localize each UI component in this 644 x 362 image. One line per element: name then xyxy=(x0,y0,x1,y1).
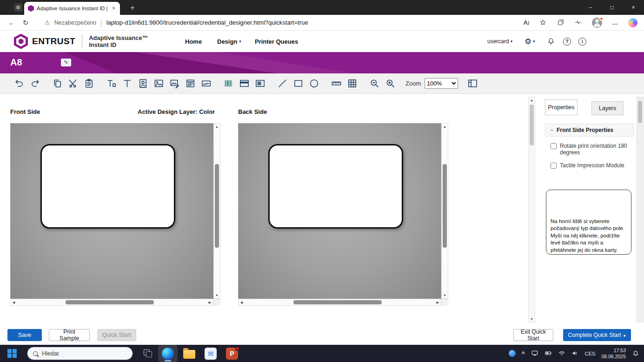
scroll-right-icon[interactable]: ▶ xyxy=(435,299,441,305)
browser-essentials-icon[interactable] xyxy=(574,19,582,26)
ellipse-tool-button[interactable] xyxy=(306,76,322,91)
collections-icon[interactable] xyxy=(557,19,564,26)
favorites-star-icon[interactable] xyxy=(539,19,547,26)
line-tool-button[interactable] xyxy=(274,76,290,91)
page-vertical-scrollbar[interactable] xyxy=(637,97,644,323)
security-label[interactable]: Nezabezpečeno xyxy=(54,20,96,26)
battery-icon[interactable] xyxy=(544,350,552,357)
text-field-button[interactable] xyxy=(119,76,135,91)
settings-menu[interactable]: ⚙▾ xyxy=(524,31,535,52)
task-view-button[interactable] xyxy=(139,345,156,362)
back-icon[interactable]: ← xyxy=(5,19,19,26)
copilot-icon[interactable] xyxy=(628,18,637,27)
checkbox-label[interactable]: Rotate print orientation 180 degrees xyxy=(560,143,629,156)
tray-app-icon[interactable] xyxy=(509,350,516,357)
zoom-out-button[interactable] xyxy=(366,76,382,91)
minimize-icon[interactable]: – xyxy=(580,0,601,15)
smart-card-chip-button[interactable] xyxy=(252,76,268,91)
read-aloud-icon[interactable]: A) xyxy=(524,19,529,26)
scroll-up-icon[interactable]: ▲ xyxy=(442,124,448,130)
barcode-field-button[interactable] xyxy=(220,76,236,91)
notifications-button[interactable] xyxy=(547,31,555,52)
scroll-left-icon[interactable]: ◀ xyxy=(239,299,245,305)
zoom-in-button[interactable] xyxy=(382,76,398,91)
browser-tab[interactable]: Adaptive Issuance Instant ID | Cre... × xyxy=(24,2,120,15)
more-menu-icon[interactable]: … xyxy=(612,19,618,26)
image-field-button[interactable] xyxy=(151,76,166,91)
refresh-icon[interactable]: ↻ xyxy=(19,19,33,27)
url-field[interactable]: ⚠ Nezabezpečeno | laptop-d1lin6d1:9800/t… xyxy=(45,19,524,26)
cut-button[interactable] xyxy=(65,76,81,91)
scrollbar-thumb[interactable] xyxy=(530,105,534,145)
device-icon[interactable] xyxy=(531,350,538,357)
scroll-down-icon[interactable]: ▼ xyxy=(529,316,535,322)
scroll-down-icon[interactable]: ▼ xyxy=(214,292,220,298)
ruler-button[interactable] xyxy=(328,76,344,91)
url-text[interactable]: laptop-d1lin6d1:9800/trucredential/crede… xyxy=(106,19,308,26)
scroll-up-icon[interactable]: ▲ xyxy=(529,97,535,103)
scrollbar-thumb[interactable] xyxy=(293,300,382,304)
taskbar-clock[interactable]: 17:53 08.06.2025 xyxy=(601,348,626,360)
print-sample-button[interactable]: Print Sample xyxy=(49,329,90,341)
back-horizontal-scrollbar[interactable]: ◀ ▶ xyxy=(238,299,441,306)
tactile-impression-row[interactable]: Tactile Impression Module xyxy=(551,162,629,169)
scrollbar-thumb[interactable] xyxy=(215,164,219,248)
back-card-canvas[interactable] xyxy=(238,123,441,299)
magnetic-stripe-button[interactable] xyxy=(236,76,252,91)
scroll-up-icon[interactable]: ▲ xyxy=(214,124,220,130)
exit-quick-start-button[interactable]: Exit Quick Start xyxy=(513,329,553,341)
graphic-variable-field-button[interactable] xyxy=(166,76,182,91)
workspace-icon[interactable] xyxy=(14,3,22,12)
rotate-180-row[interactable]: Rotate print orientation 180 degrees xyxy=(551,143,629,156)
scrollbar-thumb[interactable] xyxy=(638,101,642,123)
scrollbar-thumb[interactable] xyxy=(443,164,447,248)
front-card-canvas[interactable] xyxy=(10,123,213,299)
help-button[interactable]: ? xyxy=(563,31,571,52)
paste-button[interactable] xyxy=(81,76,97,91)
scroll-left-icon[interactable]: ◀ xyxy=(11,299,17,305)
front-card[interactable] xyxy=(40,144,175,229)
front-horizontal-scrollbar[interactable]: ◀ ▶ xyxy=(10,299,213,306)
grid-button[interactable] xyxy=(344,76,360,91)
back-card[interactable] xyxy=(268,144,403,229)
language-indicator[interactable]: CES xyxy=(585,351,596,356)
front-side-properties-header[interactable]: − Front Side Properties xyxy=(545,124,634,137)
copy-button[interactable] xyxy=(49,76,65,91)
start-button[interactable] xyxy=(3,345,21,362)
collapse-icon[interactable]: − xyxy=(550,127,553,133)
nav-printer-queues[interactable]: Printer Queues xyxy=(255,31,298,52)
portrait-field-button[interactable] xyxy=(135,76,151,91)
tab-close-icon[interactable]: × xyxy=(111,5,116,12)
volume-icon[interactable] xyxy=(571,350,579,357)
taskbar-explorer-button[interactable] xyxy=(179,345,199,362)
taskbar-powerpoint-button[interactable]: P xyxy=(222,345,242,362)
static-text-field-button[interactable] xyxy=(103,76,119,91)
redo-button[interactable] xyxy=(27,76,43,91)
user-menu[interactable]: usercard▾ xyxy=(487,31,512,52)
undo-button[interactable] xyxy=(11,76,27,91)
checkbox-label[interactable]: Tactile Impression Module xyxy=(560,162,624,169)
nav-home[interactable]: Home xyxy=(185,31,202,52)
profile-avatar[interactable] xyxy=(592,18,602,28)
scroll-right-icon[interactable]: ▶ xyxy=(207,299,213,305)
taskbar-search[interactable]: Hledat xyxy=(27,347,133,360)
maximize-icon[interactable]: □ xyxy=(601,0,623,15)
rotate-180-checkbox[interactable] xyxy=(551,143,557,149)
new-tab-button[interactable]: + xyxy=(126,2,139,14)
tray-chevron-icon[interactable]: ^ xyxy=(522,350,525,357)
tab-properties[interactable]: Properties xyxy=(545,99,578,115)
main-vertical-scrollbar[interactable]: ▲ ▼ xyxy=(528,97,535,323)
nav-design[interactable]: Design▾ xyxy=(217,31,241,52)
notifications-bell-icon[interactable] xyxy=(632,350,639,357)
scroll-down-icon[interactable]: ▼ xyxy=(442,292,448,298)
card-setup-button[interactable] xyxy=(465,76,480,91)
taskbar-edge-button[interactable] xyxy=(158,345,178,362)
taskbar-mail-button[interactable]: ✉ xyxy=(201,345,220,362)
tab-layers[interactable]: Layers xyxy=(591,101,624,115)
back-vertical-scrollbar[interactable]: ▲ ▼ xyxy=(441,123,448,299)
signature-field-button[interactable] xyxy=(198,76,214,91)
scrollbar-thumb[interactable] xyxy=(66,300,154,304)
wifi-icon[interactable] xyxy=(558,350,565,357)
save-button[interactable]: Save xyxy=(7,329,42,341)
close-icon[interactable]: × xyxy=(623,0,644,15)
